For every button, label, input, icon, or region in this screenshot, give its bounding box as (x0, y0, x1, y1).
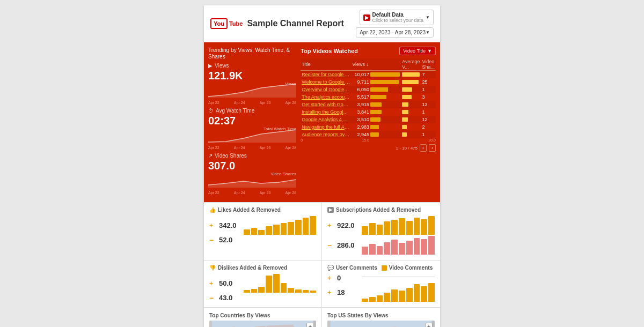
youtube-you: You (210, 18, 228, 29)
bar-item (258, 230, 265, 235)
video-views-cell: 6,050 (351, 86, 401, 93)
bar-item (399, 243, 405, 255)
video-views-cell: 3,841 (351, 108, 401, 116)
dislikes-title: Dislikes Added & Removed (218, 265, 287, 271)
user-comments-label: User Comments (336, 265, 377, 271)
video-avg-cell (401, 78, 421, 86)
video-comments-row: + 18 (327, 283, 435, 302)
header-left: You Tube Sample Channel Report (210, 18, 344, 29)
bar-item (406, 288, 413, 302)
bar-item (303, 218, 309, 235)
watch-time-metric-block: ⏱ Avg Watch Time 02:37 Total Watch Time … (208, 108, 296, 150)
video-title-cell: Register for Google A... (301, 71, 351, 79)
videos-table: Title Views ↓ Average V... Video Sha... … (301, 58, 436, 138)
bar-item (266, 276, 272, 293)
countries-map-svg (209, 321, 316, 327)
video-shares-cell: 25 (421, 78, 436, 86)
subscriptions-card: ▶ Subscriptions Added & Removed + 922.0 … (322, 203, 440, 261)
video-shares-cell: 3 (421, 93, 436, 101)
video-avg-cell (401, 93, 421, 101)
trending-panel: Trending by Views, Watch Time, & Shares … (208, 47, 296, 198)
bar-item (258, 287, 265, 293)
video-link[interactable]: Navigating the full Ag... (302, 124, 350, 130)
svg-rect-3 (331, 321, 432, 327)
top-section: Trending by Views, Watch Time, & Shares … (204, 42, 440, 202)
pagination-next-button[interactable]: › (429, 144, 436, 152)
us-map-zoom-in-button[interactable]: + (425, 323, 433, 327)
dislikes-removed-row: − 43.0 (209, 294, 316, 302)
col-shares: Video Sha... (421, 58, 436, 71)
countries-map: + − (209, 321, 316, 327)
map-zoom-in-button[interactable]: + (306, 323, 314, 327)
likes-removed-value: 52.0 (219, 236, 240, 244)
video-avg-cell (401, 86, 421, 93)
maps-section: Top Countries By Views (204, 308, 440, 327)
views-sparkline (208, 81, 296, 98)
dislikes-removed-value: 43.0 (219, 294, 240, 302)
views-chart-label: Views (285, 81, 296, 86)
video-comments-label: Video Comments (389, 265, 433, 271)
likes-bar-chart (244, 216, 316, 235)
data-source-selector[interactable]: ▶ Default Data Click to select your data… (360, 10, 434, 25)
youtube-logo: You Tube (210, 18, 243, 29)
col-avg: Average V... (401, 58, 421, 71)
us-states-map-card: Top US States By Views (322, 308, 440, 327)
video-link[interactable]: Google Analytics 4 Mi... (302, 117, 350, 122)
video-title-filter[interactable]: Video Title ▼ (399, 47, 436, 55)
video-title-cell: Get started with Goo... (301, 101, 351, 108)
table-row: Get started with Goo... 3,915 13 (301, 101, 436, 108)
bar-item (244, 290, 250, 293)
bar-item (295, 289, 302, 293)
user-comments-line (362, 277, 435, 277)
dislike-icon (209, 265, 216, 271)
video-views-cell: 3,915 (351, 101, 401, 108)
us-states-map-title: Top US States By Views (327, 313, 435, 318)
video-link[interactable]: Get started with Goo... (302, 102, 350, 107)
us-states-map-svg (327, 321, 435, 327)
video-link[interactable]: Installing the Google T... (302, 109, 350, 115)
bar-item (421, 286, 427, 302)
bar-item (399, 291, 405, 302)
bar-item (251, 289, 258, 293)
table-row: Google Analytics 4 Mi... 3,510 12 (301, 116, 436, 123)
video-comments-chart (362, 283, 435, 302)
video-avg-cell (401, 131, 421, 138)
bar-item (399, 218, 405, 235)
bar-item (273, 225, 280, 235)
video-avg-cell (401, 108, 421, 116)
subs-removed-chart (362, 236, 435, 255)
user-comments-value: 0 (337, 274, 358, 282)
video-link[interactable]: Welcome to Google A... (302, 79, 350, 85)
bar-item (391, 220, 398, 235)
bar-item (369, 244, 376, 255)
date-range-selector[interactable]: Apr 22, 2023 - Apr 28, 2023 ▼ (356, 27, 434, 38)
clock-icon: ⏱ (208, 108, 214, 114)
watch-chart-label: Total Watch Time (264, 127, 296, 131)
top-videos-title: Top Videos Watched (301, 48, 358, 54)
subs-plus-icon: + (327, 222, 334, 229)
video-avg-cell (401, 101, 421, 108)
bar-item (303, 290, 309, 293)
bar-item (251, 228, 258, 235)
likes-plus-icon: + (209, 222, 216, 229)
bar-item (391, 240, 398, 255)
subs-removed-row: − 286.0 (327, 236, 435, 255)
bar-item (281, 223, 287, 235)
table-row: The Analytics account... 5,517 3 (301, 93, 436, 101)
views-chart: Views (208, 81, 296, 100)
video-shares-cell: 12 (421, 116, 436, 123)
bar-item (362, 226, 368, 235)
video-link[interactable]: Register for Google A... (302, 72, 350, 77)
col-title: Title (301, 58, 351, 71)
pagination-prev-button[interactable]: ‹ (420, 144, 427, 152)
dislikes-minus-icon: − (209, 294, 216, 302)
video-link[interactable]: Audience reports over... (302, 132, 350, 137)
views-metric-block: ▶ Views 121.9K Views Apr 22Apr 24Apr 26A… (208, 63, 296, 105)
table-row: Navigating the full Ag... 2,983 2 (301, 123, 436, 131)
header: You Tube Sample Channel Report ▶ Default… (204, 5, 440, 42)
video-link[interactable]: The Analytics account... (302, 94, 350, 100)
likes-minus-icon: − (209, 236, 216, 244)
video-link[interactable]: Overview of Google A... (302, 87, 350, 92)
video-shares-cell: 1 (421, 108, 436, 116)
like-icon (209, 207, 216, 213)
